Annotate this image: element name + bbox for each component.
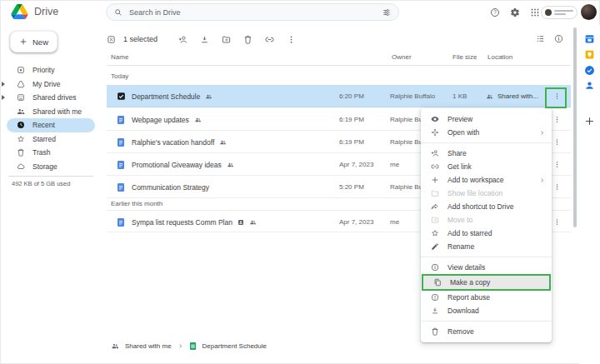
- vertical-scrollbar[interactable]: [573, 27, 577, 227]
- get-link-icon[interactable]: [265, 35, 274, 44]
- menu-item-view-details[interactable]: View details: [421, 261, 552, 274]
- drive-logo: Drive: [11, 4, 58, 19]
- menu-item-add-to-starred[interactable]: Add to starred: [421, 227, 552, 240]
- shared-people-icon: [249, 219, 257, 226]
- new-button[interactable]: New: [10, 31, 58, 52]
- sidebar-item-recent[interactable]: Recent: [7, 118, 95, 132]
- eye-icon: [431, 115, 439, 123]
- column-headers: Name Owner File size Location: [107, 52, 571, 66]
- menu-item-rename[interactable]: Rename: [421, 240, 552, 253]
- section-earlier-this-month: Earlier this month: [111, 200, 162, 207]
- menu-item-label: Add to workspace: [448, 176, 504, 184]
- sidebar-item-my-drive[interactable]: My Drive: [7, 77, 95, 92]
- menu-item-remove[interactable]: Remove: [421, 325, 552, 338]
- layout-toggle-icon[interactable]: [536, 34, 545, 43]
- menu-item-share[interactable]: Share: [421, 147, 552, 160]
- spreadsheet-file-icon: [189, 342, 197, 351]
- shared-location-icon: [486, 93, 493, 100]
- column-file-size[interactable]: File size: [452, 53, 477, 61]
- get-addons-icon[interactable]: [584, 116, 595, 127]
- row-more-actions[interactable]: [551, 153, 562, 176]
- sidebar-nav: Priority My Drive Shared drives Shared w…: [7, 63, 95, 173]
- sidebar-item-shared-with-me[interactable]: Shared with me: [7, 105, 95, 119]
- storage-used-text: 492 KB of 5 GB used: [12, 180, 70, 187]
- search-bar[interactable]: Search in Drive: [106, 3, 399, 21]
- breadcrumb: Shared with me Department Schedule: [111, 342, 267, 351]
- apps-grid-icon[interactable]: [530, 7, 540, 17]
- menu-item-open-with[interactable]: Open with: [421, 126, 552, 139]
- priority-icon: [17, 66, 25, 74]
- more-vert-icon: [553, 160, 561, 169]
- more-vert-icon: [553, 182, 561, 192]
- trash-icon: [431, 327, 439, 336]
- more-vert-icon: [553, 137, 561, 147]
- sidebar-item-starred[interactable]: Starred: [7, 132, 95, 147]
- menu-item-add-shortcut-to-drive[interactable]: Add shortcut to Drive: [421, 200, 552, 213]
- menu-item-label: Add shortcut to Drive: [448, 202, 513, 211]
- menu-item-download[interactable]: Download: [421, 304, 552, 317]
- row-more-actions[interactable]: [551, 211, 562, 233]
- settings-gear-icon[interactable]: [510, 7, 520, 17]
- context-menu: PreviewOpen withShareGet linkAdd to work…: [421, 108, 552, 342]
- trash-icon: [17, 148, 25, 157]
- clock-icon: [17, 121, 25, 129]
- keep-icon[interactable]: [584, 49, 595, 60]
- organization-text: [554, 10, 573, 15]
- breadcrumb-current[interactable]: Department Schedule: [202, 342, 267, 350]
- deselect-icon[interactable]: [107, 35, 116, 44]
- side-panel-rail: [579, 25, 600, 364]
- menu-item-preview[interactable]: Preview: [421, 112, 552, 126]
- column-name[interactable]: Name: [111, 53, 128, 61]
- share-icon[interactable]: [178, 35, 188, 44]
- expand-arrow-icon[interactable]: [2, 82, 5, 87]
- new-button-label: New: [32, 37, 48, 47]
- download-icon: [431, 307, 439, 315]
- chevron-right-icon: [539, 130, 545, 136]
- app-name: Drive: [34, 6, 58, 17]
- search-icon: [114, 8, 122, 17]
- section-today: Today: [111, 72, 128, 80]
- download-icon[interactable]: [200, 35, 209, 44]
- calendar-icon[interactable]: [584, 33, 595, 44]
- sidebar-item-storage[interactable]: Storage: [7, 160, 95, 174]
- menu-item-get-link[interactable]: Get link: [421, 160, 552, 173]
- details-info-icon[interactable]: [554, 34, 563, 43]
- cloud-icon: [17, 162, 25, 171]
- sidebar-item-trash[interactable]: Trash: [7, 146, 95, 160]
- more-actions-icon[interactable]: [287, 35, 296, 44]
- row-more-actions[interactable]: [551, 108, 562, 131]
- delete-icon[interactable]: [243, 35, 252, 44]
- breadcrumb-parent[interactable]: Shared with me: [125, 342, 172, 350]
- menu-item-label: Add to starred: [448, 229, 492, 237]
- contacts-icon[interactable]: [584, 80, 595, 91]
- document-file-icon: [117, 182, 125, 192]
- expand-arrow-icon[interactable]: [2, 95, 5, 100]
- file-badge-icon: [238, 219, 244, 226]
- sidebar-item-shared-drives[interactable]: Shared drives: [7, 91, 95, 105]
- file-row-department-schedule[interactable]: Department Schedule 6:20 PM Ralphie Buff…: [107, 85, 571, 107]
- row-more-actions[interactable]: [551, 131, 562, 153]
- column-location[interactable]: Location: [488, 53, 512, 61]
- help-icon[interactable]: ?: [490, 7, 500, 17]
- advanced-search-icon[interactable]: [382, 8, 391, 17]
- sidebar-item-priority[interactable]: Priority: [7, 63, 95, 77]
- move-to-icon: [431, 216, 439, 224]
- menu-item-label: Open with: [448, 128, 479, 137]
- document-file-icon: [117, 217, 125, 227]
- google-drive-window: Drive Search in Drive ? New Priority My …: [0, 0, 600, 364]
- row-more-actions[interactable]: [551, 176, 562, 198]
- menu-item-make-a-copy[interactable]: Make a copy: [422, 274, 551, 291]
- menu-item-add-to-workspace[interactable]: Add to workspace: [421, 173, 552, 187]
- menu-item-label: Share: [448, 149, 467, 157]
- shared-drives-icon: [17, 93, 25, 102]
- move-to-icon[interactable]: [222, 35, 231, 44]
- menu-item-label: Remove: [448, 327, 474, 336]
- chevron-right-icon: [178, 343, 183, 349]
- menu-item-report-abuse[interactable]: Report abuse: [421, 291, 552, 304]
- column-owner[interactable]: Owner: [392, 53, 412, 61]
- account-avatar[interactable]: [581, 4, 597, 20]
- checked-checkbox-icon[interactable]: [117, 92, 126, 101]
- tasks-icon[interactable]: [584, 65, 595, 76]
- menu-divider: [421, 257, 552, 257]
- organization-badge[interactable]: [541, 6, 578, 19]
